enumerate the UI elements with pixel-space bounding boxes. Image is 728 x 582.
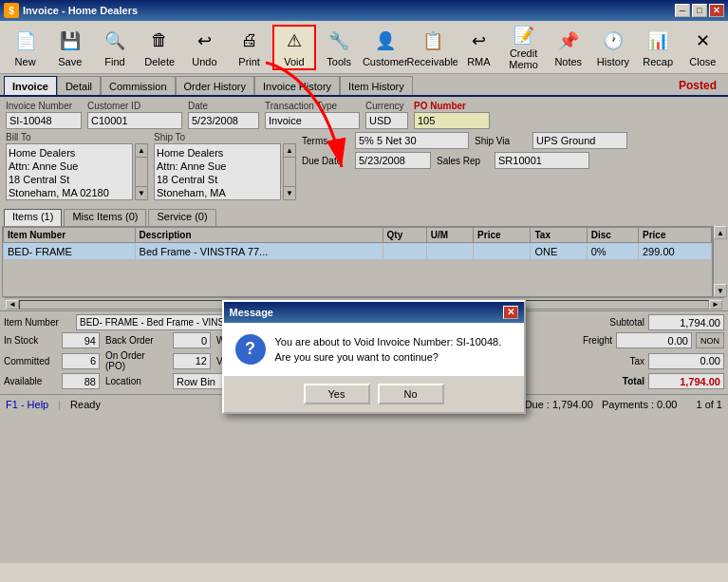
receivable-label: Receivable xyxy=(407,56,458,67)
new-label: New xyxy=(15,56,36,67)
close-label: Close xyxy=(689,56,716,67)
delete-icon: 🗑 xyxy=(146,28,173,54)
undo-button[interactable]: ↩ Undo xyxy=(183,25,226,70)
toolbar: 📄 New 💾 Save 🔍 Find 🗑 Delete ↩ Undo 🖨 Pr… xyxy=(0,21,728,74)
print-icon: 🖨 xyxy=(236,28,263,54)
dialog-close-button[interactable]: ✕ xyxy=(503,306,518,319)
notes-label: Notes xyxy=(554,56,582,67)
dialog-title-text: Message xyxy=(230,307,273,318)
dialog-yes-button[interactable]: Yes xyxy=(304,384,370,404)
dialog-message-text: You are about to Void Invoice Number: SI… xyxy=(275,334,502,365)
message-dialog: Message ✕ ? You are about to Void Invoic… xyxy=(222,300,526,414)
delete-label: Delete xyxy=(144,56,175,67)
notes-icon: 📌 xyxy=(555,28,582,54)
app-icon: $ xyxy=(4,3,19,18)
recap-icon: 📊 xyxy=(644,28,671,54)
close-icon: ✕ xyxy=(689,28,716,54)
tools-icon: 🔧 xyxy=(326,28,352,54)
dialog-question-icon: ? xyxy=(235,334,266,365)
dialog-message-line2: Are you sure you want to continue? xyxy=(275,351,439,363)
customer-button[interactable]: 👤 Customer xyxy=(363,25,408,70)
history-button[interactable]: 🕐 History xyxy=(591,25,634,70)
find-icon: 🔍 xyxy=(102,28,128,54)
rma-icon: ↩ xyxy=(465,28,492,54)
credit-memo-label: Credit Memo xyxy=(503,47,544,70)
credit-memo-button[interactable]: 📝 Credit Memo xyxy=(502,25,545,70)
rma-button[interactable]: ↩ RMA xyxy=(457,25,500,70)
maximize-button[interactable]: □ xyxy=(692,4,707,17)
void-icon: ⚠ xyxy=(281,28,308,54)
undo-icon: ↩ xyxy=(191,28,217,54)
customer-label: Customer xyxy=(363,56,408,67)
recap-button[interactable]: 📊 Recap xyxy=(637,25,680,70)
print-button[interactable]: 🖨 Print xyxy=(228,25,271,70)
dialog-title-bar: Message ✕ xyxy=(224,302,524,323)
history-label: History xyxy=(597,56,629,67)
void-button[interactable]: ⚠ Void xyxy=(272,25,315,70)
close-button[interactable]: ✕ Close xyxy=(681,25,724,70)
tools-button[interactable]: 🔧 Tools xyxy=(318,25,361,70)
undo-label: Undo xyxy=(192,56,216,67)
window-close-button[interactable]: ✕ xyxy=(709,4,724,17)
find-label: Find xyxy=(104,56,124,67)
dialog-buttons: Yes No xyxy=(224,376,524,412)
history-icon: 🕐 xyxy=(600,28,626,54)
recap-label: Recap xyxy=(643,56,673,67)
dialog-overlay: Message ✕ ? You are about to Void Invoic… xyxy=(0,74,728,563)
notes-button[interactable]: 📌 Notes xyxy=(547,25,589,70)
print-label: Print xyxy=(238,56,260,67)
receivable-button[interactable]: 📋 Receivable xyxy=(410,25,456,70)
customer-icon: 👤 xyxy=(372,28,399,54)
save-button[interactable]: 💾 Save xyxy=(48,25,91,70)
new-button[interactable]: 📄 New xyxy=(4,25,47,70)
rma-label: RMA xyxy=(467,56,490,67)
void-label: Void xyxy=(284,56,304,67)
dialog-no-button[interactable]: No xyxy=(378,384,444,404)
save-icon: 💾 xyxy=(57,28,84,54)
credit-memo-icon: 📝 xyxy=(511,25,537,46)
tools-label: Tools xyxy=(327,56,351,67)
minimize-button[interactable]: ─ xyxy=(675,4,690,17)
receivable-icon: 📋 xyxy=(420,28,446,54)
window-title: Invoice - Home Dealers xyxy=(23,5,138,16)
delete-button[interactable]: 🗑 Delete xyxy=(139,25,181,70)
new-icon: 📄 xyxy=(12,28,39,54)
title-bar: $ Invoice - Home Dealers ─ □ ✕ xyxy=(0,0,728,21)
save-label: Save xyxy=(58,56,82,67)
find-button[interactable]: 🔍 Find xyxy=(93,25,136,70)
dialog-message-line1: You are about to Void Invoice Number: SI… xyxy=(275,336,502,347)
dialog-body: ? You are about to Void Invoice Number: … xyxy=(224,323,524,376)
